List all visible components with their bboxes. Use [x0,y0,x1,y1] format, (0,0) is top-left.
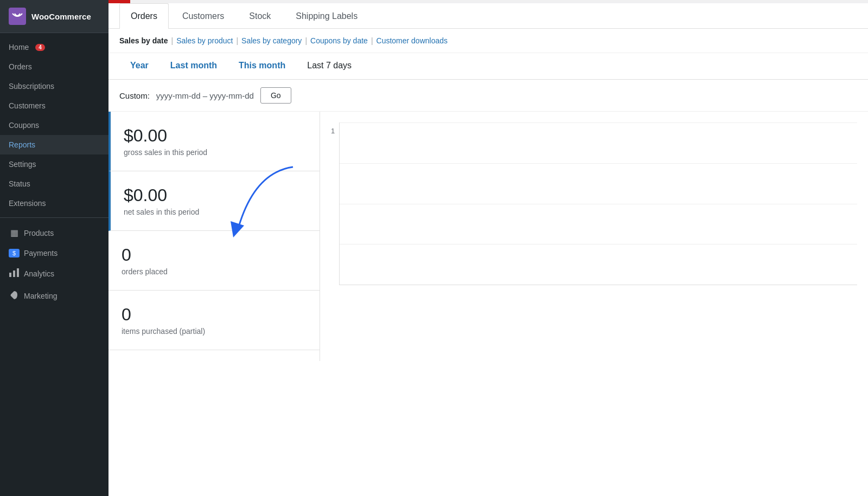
sidebar-logo[interactable]: WooCommerce [0,0,108,33]
orders-label: Orders [9,62,32,71]
orders-placed-value: 0 [122,245,307,265]
net-sales-value: $0.00 [124,185,307,205]
go-button[interactable]: Go [260,87,291,104]
subnav-sales-by-date[interactable]: Sales by date [119,36,168,45]
sidebar-logo-text: WooCommerce [31,12,91,21]
sidebar-item-subscriptions[interactable]: Subscriptions [0,76,108,96]
gross-sales-value: $0.00 [124,126,307,146]
reports-label: Reports [9,140,35,149]
sidebar-item-extensions[interactable]: Extensions [0,194,108,213]
sidebar-item-orders[interactable]: Orders [0,57,108,76]
main-tabs-row: Orders Customers Stock Shipping Labels [108,3,868,29]
svg-rect-0 [9,273,11,277]
chart-panel: 1 [320,112,868,361]
chart-grid-line-1 [340,163,857,164]
analytics-icon [9,268,20,279]
period-tab-last-7-days[interactable]: Last 7 days [296,53,362,80]
net-sales-label: net sales in this period [124,208,307,216]
status-label: Status [9,179,30,188]
home-badge: 4 [35,44,45,51]
tab-customers[interactable]: Customers [171,3,235,29]
period-tab-year[interactable]: Year [119,53,159,80]
sidebar-item-products[interactable]: ▦ Products [0,222,108,243]
payments-icon: $ [9,249,20,257]
content-area: Orders Customers Stock Shipping Labels S… [108,3,868,496]
chart-grid-line-top [340,123,857,123]
analytics-label: Analytics [24,269,54,278]
nav-section-products: ▦ Products $ Payments Analytics Marketin… [0,217,108,307]
sidebar-item-reports[interactable]: Reports [0,135,108,154]
subscriptions-label: Subscriptions [9,82,54,91]
home-label: Home [9,43,29,51]
svg-point-3 [11,294,12,296]
sidebar-item-payments[interactable]: $ Payments [0,243,108,263]
subnav-sales-by-product[interactable]: Sales by product [176,36,233,45]
coupons-label: Coupons [9,121,39,130]
chart-area [339,123,857,285]
gross-sales-label: gross sales in this period [124,148,307,157]
period-tab-last-month[interactable]: Last month [159,53,228,80]
sidebar: WooCommerce Home 4 Orders Subscriptions … [0,0,108,496]
tab-stock[interactable]: Stock [238,3,282,29]
stat-gross-sales: $0.00 gross sales in this period [108,112,320,171]
orders-placed-label: orders placed [122,267,307,276]
main-content: Orders Customers Stock Shipping Labels S… [108,0,868,496]
chart-grid-line-3 [340,244,857,244]
subnav-sales-by-category[interactable]: Sales by category [241,36,302,45]
subnav-customer-downloads[interactable]: Customer downloads [376,36,448,45]
stat-net-sales: $0.00 net sales in this period [108,171,320,231]
chart-grid-line-2 [340,204,857,204]
stat-orders-placed: 0 orders placed [108,231,320,291]
customers-label: Customers [9,101,46,110]
products-label: Products [24,229,54,237]
sidebar-item-customers[interactable]: Customers [0,96,108,115]
reports-container: Orders Customers Stock Shipping Labels S… [108,3,868,496]
svg-rect-1 [13,270,15,277]
subnav: Sales by date | Sales by product | Sales… [108,29,868,53]
sidebar-item-settings[interactable]: Settings [0,154,108,174]
items-purchased-value: 0 [122,305,307,325]
marketing-label: Marketing [24,292,57,300]
period-tabs-row: Year Last month This month Last 7 days [108,53,868,80]
extensions-label: Extensions [9,199,46,208]
subnav-coupons-by-date[interactable]: Coupons by date [310,36,368,45]
marketing-icon [9,290,20,302]
stats-chart-row: $0.00 gross sales in this period $0.00 n… [108,112,868,361]
sidebar-item-marketing[interactable]: Marketing [0,285,108,307]
period-section: Year Last month This month Last 7 days [108,53,868,80]
sidebar-item-analytics[interactable]: Analytics [0,263,108,285]
custom-date-label: Custom: [119,91,150,100]
svg-rect-2 [17,268,19,277]
chart-y-label: 1 [331,127,335,135]
woocommerce-icon [9,8,26,25]
settings-label: Settings [9,160,36,169]
stats-panel: $0.00 gross sales in this period $0.00 n… [108,112,320,361]
tab-shipping-labels[interactable]: Shipping Labels [284,3,369,29]
payments-label: Payments [24,249,58,257]
sidebar-item-home[interactable]: Home 4 [0,37,108,57]
tab-orders[interactable]: Orders [119,3,169,29]
stat-items-purchased: 0 items purchased (partial) [108,291,320,350]
period-tab-this-month[interactable]: This month [228,53,296,80]
items-purchased-label: items purchased (partial) [122,327,307,336]
custom-date-inputs[interactable]: yyyy-mm-dd – yyyy-mm-dd [156,91,254,100]
custom-date-row: Custom: yyyy-mm-dd – yyyy-mm-dd Go [108,80,868,112]
products-icon: ▦ [9,228,20,238]
sidebar-item-coupons[interactable]: Coupons [0,115,108,135]
sidebar-nav: Home 4 Orders Subscriptions Customers Co… [0,33,108,496]
sidebar-item-status[interactable]: Status [0,174,108,194]
